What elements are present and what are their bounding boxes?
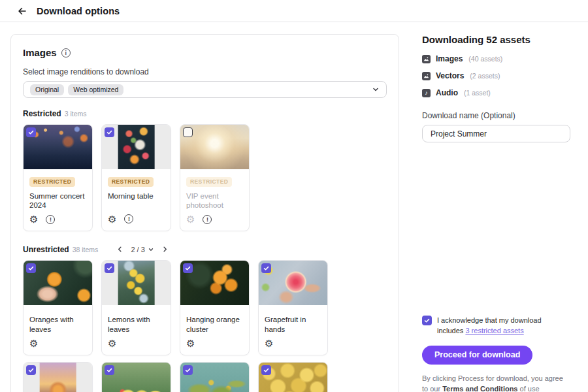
page-indicator-text: 2 / 3 xyxy=(131,246,144,253)
asset-thumbnail xyxy=(180,261,249,305)
asset-card-lemons-with-leaves[interactable]: Lemons with leaves ⚙ xyxy=(101,260,171,355)
asset-card-partial-1[interactable] xyxy=(23,362,93,392)
settings-gear-icon[interactable]: ⚙ xyxy=(108,338,116,348)
asset-card-vip-event[interactable]: RESTRICTED VIP event photoshoot ⚙ ! xyxy=(180,124,250,231)
pagination: 2 / 3 xyxy=(115,244,169,254)
restricted-cards-row: RESTRICTED Summer concert 2024 ⚙ ! RESTR… xyxy=(23,124,387,231)
asset-checkbox[interactable] xyxy=(26,365,36,375)
asset-thumbnail xyxy=(102,125,171,169)
asset-thumbnail xyxy=(24,363,92,392)
restricted-count: 3 items xyxy=(65,110,87,118)
info-icon[interactable]: i xyxy=(61,48,71,57)
settings-gear-icon[interactable]: ⚙ xyxy=(186,214,195,224)
asset-type-label: Vectors xyxy=(436,71,464,80)
asset-checkbox[interactable] xyxy=(105,263,114,273)
terms-and-conditions-link[interactable]: Terms and Conditions xyxy=(442,385,517,392)
alert-info-icon[interactable]: ! xyxy=(203,215,212,224)
asset-title: Oranges with leaves xyxy=(29,315,86,335)
restricted-assets-link[interactable]: 3 restricted assets xyxy=(465,327,523,335)
images-section-title: Images xyxy=(23,47,57,58)
asset-type-list: Images (40 assets) Vectors (2 assets) ♪ … xyxy=(422,54,571,97)
acknowledgment-checkbox[interactable] xyxy=(422,316,432,325)
asset-checkbox[interactable] xyxy=(26,263,36,273)
asset-title: Hanging orange cluster xyxy=(186,315,243,335)
asset-checkbox[interactable] xyxy=(261,365,271,375)
asset-checkbox[interactable] xyxy=(105,365,114,375)
asset-title: Summer concert 2024 xyxy=(29,191,86,211)
page-indicator[interactable]: 2 / 3 xyxy=(131,246,154,253)
terms-suffix: of use xyxy=(518,385,540,392)
chevron-down-icon[interactable] xyxy=(372,86,380,93)
download-name-input[interactable] xyxy=(422,125,570,142)
audio-icon: ♪ xyxy=(422,89,431,97)
asset-type-count: (2 assets) xyxy=(470,72,500,80)
asset-card-hanging-orange-cluster[interactable]: Hanging orange cluster ⚙ xyxy=(180,260,250,355)
unrestricted-section-header: Unrestricted 38 items 2 / 3 xyxy=(23,244,387,254)
back-arrow-icon[interactable] xyxy=(16,5,29,18)
asset-checkbox[interactable] xyxy=(183,127,193,137)
image-icon xyxy=(422,72,431,80)
restricted-section-header: Restricted 3 items xyxy=(23,109,387,118)
unrestricted-cards-row: Oranges with leaves ⚙ Lemons with leaves… xyxy=(23,260,387,355)
unrestricted-count: 38 items xyxy=(73,246,99,253)
rendition-chip-web-optimized[interactable]: Web optimized xyxy=(68,84,123,95)
settings-gear-icon[interactable]: ⚙ xyxy=(29,214,38,224)
proceed-download-button[interactable]: Proceed for download xyxy=(422,346,532,365)
asset-card-oranges-with-leaves[interactable]: Oranges with leaves ⚙ xyxy=(23,260,93,355)
asset-thumbnail xyxy=(259,261,327,305)
asset-thumbnail xyxy=(180,363,249,392)
asset-card-partial-3[interactable] xyxy=(180,362,250,392)
asset-checkbox[interactable] xyxy=(183,365,193,375)
asset-card-partial-4[interactable] xyxy=(258,362,328,392)
chevron-left-icon[interactable] xyxy=(115,244,125,254)
images-panel: Images i Select image renditions to down… xyxy=(10,34,399,392)
download-name-label: Download name (Optional) xyxy=(422,111,571,120)
renditions-dropdown[interactable]: Original Web optimized xyxy=(23,81,387,98)
asset-checkbox[interactable] xyxy=(261,263,271,273)
settings-gear-icon[interactable]: ⚙ xyxy=(186,338,195,348)
acknowledgment-row: I acknowledge that my download includes … xyxy=(422,316,571,336)
restricted-badge: RESTRICTED xyxy=(186,177,232,187)
settings-gear-icon[interactable]: ⚙ xyxy=(108,214,116,224)
asset-card-grapefruit-in-hands[interactable]: Grapefruit in hands ⚙ xyxy=(258,260,328,355)
asset-card-morning-table[interactable]: RESTRICTED Morning table ⚙ ! xyxy=(101,124,171,231)
download-summary-title: Downloading 52 assets xyxy=(422,34,571,45)
asset-type-label: Images xyxy=(436,54,463,63)
restricted-badge: RESTRICTED xyxy=(29,177,75,187)
asset-type-vectors: Vectors (2 assets) xyxy=(422,71,571,80)
asset-card-partial-2[interactable] xyxy=(101,362,171,392)
asset-type-label: Audio xyxy=(436,88,458,97)
asset-title: Morning table xyxy=(108,191,165,210)
asset-thumbnail xyxy=(102,261,171,305)
top-bar: Download options xyxy=(0,0,588,22)
restricted-badge: RESTRICTED xyxy=(108,177,154,187)
terms-note: By clicking Process for download, you ag… xyxy=(422,373,570,392)
unrestricted-cards-row-partial xyxy=(23,362,387,392)
asset-type-images: Images (40 assets) xyxy=(422,54,571,63)
page-title: Download options xyxy=(37,6,120,16)
asset-thumbnail xyxy=(24,261,92,305)
image-icon xyxy=(422,55,431,63)
chevron-down-icon xyxy=(148,246,154,253)
download-summary-panel: Downloading 52 assets Images (40 assets)… xyxy=(422,34,571,392)
alert-info-icon[interactable]: ! xyxy=(46,215,55,224)
restricted-label: Restricted xyxy=(23,109,61,118)
asset-checkbox[interactable] xyxy=(105,127,114,137)
asset-type-count: (40 assets) xyxy=(468,55,502,63)
asset-type-count: (1 asset) xyxy=(464,89,491,97)
asset-thumbnail xyxy=(24,125,92,169)
rendition-chip-original[interactable]: Original xyxy=(30,84,64,95)
asset-thumbnail xyxy=(180,125,249,169)
asset-checkbox[interactable] xyxy=(183,263,193,273)
asset-thumbnail xyxy=(102,363,171,392)
renditions-label: Select image renditions to download xyxy=(23,67,387,76)
asset-checkbox[interactable] xyxy=(26,127,36,137)
settings-gear-icon[interactable]: ⚙ xyxy=(29,338,38,348)
asset-title: Lemons with leaves xyxy=(108,315,165,335)
alert-info-icon[interactable]: ! xyxy=(124,214,133,223)
asset-type-audio: ♪ Audio (1 asset) xyxy=(422,88,571,97)
asset-card-summer-concert[interactable]: RESTRICTED Summer concert 2024 ⚙ ! xyxy=(23,124,93,231)
asset-title: VIP event photoshoot xyxy=(186,191,243,211)
chevron-right-icon[interactable] xyxy=(160,244,170,254)
settings-gear-icon[interactable]: ⚙ xyxy=(265,338,273,348)
